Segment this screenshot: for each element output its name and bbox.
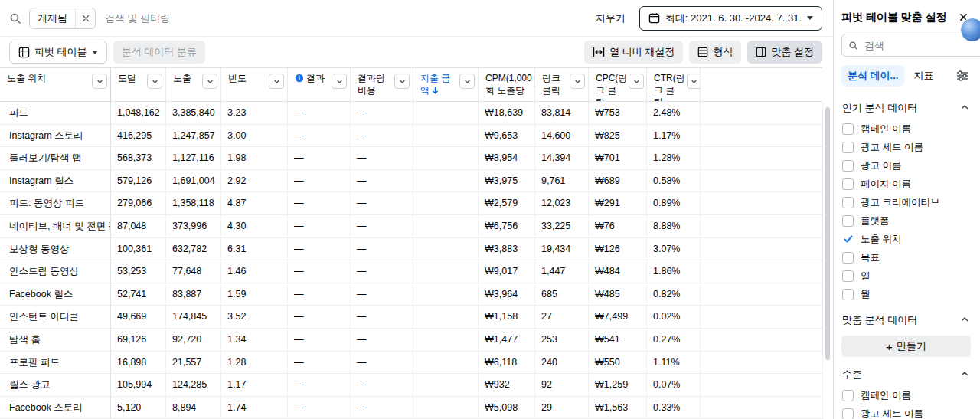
table-row[interactable]: 릴스 광고105,994124,2851.17——₩93292₩1,2590.0… bbox=[0, 374, 822, 397]
table-row[interactable]: 인스턴트 아티클49,669174,8453.52——₩1,15827₩7,49… bbox=[0, 306, 822, 329]
column-header[interactable]: 링크 클릭 bbox=[535, 68, 589, 101]
metric-cell: 0.58% bbox=[647, 170, 701, 192]
checkbox-item[interactable]: 광고 세트 이름 bbox=[841, 138, 971, 156]
column-menu-button[interactable] bbox=[394, 74, 410, 89]
panel-search-box[interactable] bbox=[841, 34, 980, 57]
checkbox-item[interactable]: 광고 세트 이름 bbox=[841, 404, 971, 419]
remove-filter-button[interactable] bbox=[75, 8, 95, 28]
metric-cell: 2.92 bbox=[221, 170, 288, 192]
profile-avatar[interactable] bbox=[960, 18, 980, 42]
column-header[interactable]: 도달 bbox=[111, 68, 166, 101]
option-label: 노출 위치 bbox=[861, 233, 901, 246]
column-header[interactable]: CPM(1,000회 노출당 ... bbox=[479, 68, 535, 101]
table-row[interactable]: 네이티브, 배너 및 전면 광고87,048373,9964.30——₩6,75… bbox=[0, 215, 822, 238]
table-row[interactable]: Instagram 스토리416,2951,247,8573.00——₩9,65… bbox=[0, 125, 822, 148]
checkbox-item[interactable]: 페이지 이름 bbox=[841, 175, 971, 193]
metric-cell bbox=[413, 283, 479, 306]
pivot-table-dropdown[interactable]: 피벗 테이블 bbox=[9, 41, 107, 64]
option-label: 목표 bbox=[861, 251, 880, 264]
table-row[interactable]: 인스트림 동영상53,25377,6481.46——₩9,0171,447₩48… bbox=[0, 260, 822, 283]
metric-cell: — bbox=[288, 147, 351, 169]
section-header[interactable]: 맞춤 분석 데이터 bbox=[841, 309, 971, 332]
column-header-label: 도달 bbox=[118, 73, 138, 85]
table-row[interactable]: 피드: 동영상 피드279,0661,358,1184.87——₩2,57912… bbox=[0, 192, 822, 215]
info-icon bbox=[295, 74, 304, 87]
column-header[interactable]: 결과당 비용 bbox=[351, 68, 413, 101]
column-header-label: 빈도 bbox=[228, 73, 248, 85]
metric-cell: — bbox=[288, 192, 351, 214]
column-menu-button[interactable] bbox=[269, 74, 284, 89]
checkbox-item[interactable]: 캠페인 이름 bbox=[841, 119, 971, 138]
breakdown-button[interactable]: 분석 데이터 분류 bbox=[113, 41, 205, 64]
filter-chip-delivered[interactable]: 게재됨 bbox=[29, 8, 96, 29]
reset-column-width-button[interactable]: 열 너비 재설정 bbox=[584, 41, 683, 64]
checkbox-item[interactable]: 노출 위치 bbox=[841, 230, 971, 248]
metric-cell: 21,557 bbox=[166, 352, 221, 374]
metric-cell bbox=[413, 215, 479, 237]
metric-cell: 0.89% bbox=[647, 192, 701, 214]
metric-cell: — bbox=[351, 329, 413, 351]
column-menu-button[interactable] bbox=[629, 74, 644, 89]
panel-search-input[interactable] bbox=[863, 39, 980, 52]
section-header[interactable]: 인기 분석 데이터 bbox=[841, 97, 971, 119]
tab-metrics[interactable]: 지표 bbox=[907, 65, 939, 87]
column-menu-button[interactable] bbox=[687, 74, 701, 89]
table-row[interactable]: Instagram 릴스579,1261,691,0042.92——₩3,975… bbox=[0, 170, 822, 193]
search-filter-input[interactable] bbox=[103, 11, 582, 25]
clear-filters-button[interactable]: 지우기 bbox=[590, 8, 632, 28]
metric-cell: ₩1,158 bbox=[479, 306, 535, 328]
table-body: 피드1,048,1623,385,8403.23——₩18,63983,814₩… bbox=[0, 102, 822, 419]
metric-cell: 632,782 bbox=[166, 238, 221, 260]
checkbox bbox=[842, 178, 854, 190]
column-width-icon bbox=[593, 47, 605, 57]
table-row[interactable]: 프로필 피드16,89821,5571.28——₩6,118240₩5501.1… bbox=[0, 352, 822, 375]
placement-cell: 인스턴트 아티클 bbox=[0, 306, 111, 328]
placement-cell: 둘러보기/탐색 탭 bbox=[0, 147, 111, 169]
column-header[interactable]: 빈도 bbox=[221, 68, 288, 101]
section-header[interactable]: 수준 bbox=[841, 364, 971, 386]
column-header[interactable]: CTR(링크 클릭... bbox=[647, 68, 701, 101]
column-menu-button[interactable] bbox=[332, 74, 347, 89]
chevron-up-icon bbox=[960, 315, 969, 326]
column-menu-button[interactable] bbox=[92, 74, 107, 89]
checkbox bbox=[842, 390, 854, 401]
create-custom-breakdown-button[interactable]: +만들기 bbox=[841, 336, 971, 357]
column-menu-button[interactable] bbox=[202, 74, 217, 89]
table-row[interactable]: 피드1,048,1623,385,8403.23——₩18,63983,814₩… bbox=[0, 102, 822, 125]
table-row[interactable]: Facebook 스토리5,1208,8941.74——₩5,09829₩1,5… bbox=[0, 397, 822, 419]
customize-button[interactable]: 맞춤 설정 bbox=[747, 41, 822, 64]
table-row[interactable]: 탐색 홈69,12692,7201.34——₩1,477253₩5410.27% bbox=[0, 329, 822, 352]
checkbox-item[interactable]: 플랫폼 bbox=[841, 211, 971, 230]
metric-cell: ₩126 bbox=[589, 238, 647, 260]
column-header[interactable]: CPC(링크 클릭... bbox=[589, 68, 647, 101]
date-range-button[interactable]: 최대: 2021. 6. 30.~2024. 7. 31. bbox=[639, 6, 822, 31]
checkbox-item[interactable]: 캠페인 이름 bbox=[841, 386, 971, 404]
option-label: 광고 세트 이름 bbox=[861, 141, 923, 154]
checkbox-item[interactable]: 일 bbox=[841, 267, 971, 285]
metric-cell: 1.28% bbox=[647, 147, 701, 169]
checkbox-item[interactable]: 광고 이름 bbox=[841, 156, 971, 175]
table-row[interactable]: Facebook 릴스52,74183,8871.59——₩3,964685₩4… bbox=[0, 283, 822, 306]
vertical-scrollbar[interactable] bbox=[825, 107, 830, 360]
metric-cell: 19,434 bbox=[535, 238, 589, 260]
metric-cell: 0.27% bbox=[647, 329, 701, 351]
column-header-label: 노출 bbox=[173, 73, 193, 85]
display-settings-button[interactable] bbox=[954, 68, 971, 83]
metric-cell: 0.02% bbox=[647, 306, 701, 328]
table-row[interactable]: 보상형 동영상100,361632,7826.31——₩3,88319,434₩… bbox=[0, 238, 822, 261]
column-menu-button[interactable] bbox=[459, 74, 475, 89]
checkbox-item[interactable]: 광고 크리에이티브 bbox=[841, 193, 971, 211]
column-header[interactable]: 노출 bbox=[166, 68, 221, 101]
column-menu-button[interactable] bbox=[147, 74, 162, 89]
column-header[interactable]: 노출 위치 bbox=[0, 68, 111, 101]
table-row[interactable]: 둘러보기/탐색 탭568,3731,127,1161.98——₩8,95414,… bbox=[0, 147, 822, 170]
column-header[interactable]: 결과 bbox=[288, 68, 351, 101]
metric-cell: 49,669 bbox=[111, 306, 166, 328]
checkbox-item[interactable]: 목표 bbox=[841, 248, 971, 267]
column-header[interactable]: 지출 금액 bbox=[413, 68, 479, 101]
column-menu-button[interactable] bbox=[570, 74, 585, 89]
checkbox-item[interactable]: 월 bbox=[841, 285, 971, 303]
tab-breakdowns[interactable]: 분석 데이... bbox=[841, 65, 904, 87]
metric-cell bbox=[413, 374, 479, 396]
format-button[interactable]: 형식 bbox=[689, 41, 741, 64]
